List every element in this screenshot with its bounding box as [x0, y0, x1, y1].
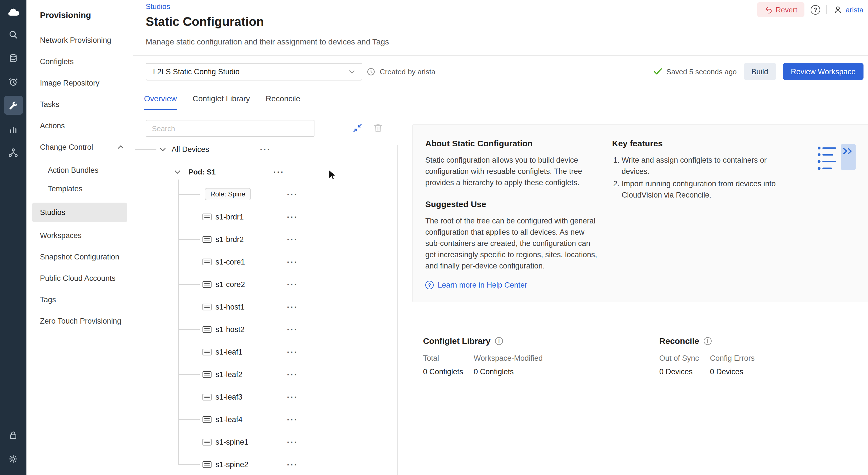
- device-icon: [203, 393, 212, 400]
- sidebar-item-label: Action Bundles: [48, 166, 98, 175]
- sidebar-item-tags[interactable]: Tags: [26, 289, 133, 310]
- tree-device-row[interactable]: s1-host2 ···: [134, 318, 397, 340]
- tree-pod-row[interactable]: Pod: S1 ···: [134, 160, 397, 183]
- more-button[interactable]: ···: [287, 347, 298, 357]
- help-circle-icon: ?: [425, 281, 434, 289]
- more-button[interactable]: ···: [287, 324, 298, 334]
- info-icon[interactable]: i: [495, 337, 503, 345]
- created-by: Created by arista: [367, 56, 435, 87]
- sidebar-item-studios[interactable]: Studios: [32, 203, 127, 222]
- learn-more-link[interactable]: ? Learn more in Help Center: [425, 281, 527, 289]
- tree-device-row[interactable]: s1-brdr2 ···: [134, 228, 397, 250]
- tree-device-row[interactable]: s1-leaf3 ···: [134, 386, 397, 408]
- sidebar-item-configlets[interactable]: Configlets: [26, 51, 133, 72]
- review-workspace-button[interactable]: Review Workspace: [783, 63, 864, 80]
- device-label: s1-leaf1: [215, 348, 243, 356]
- sidebar-item-templates[interactable]: Templates: [26, 180, 133, 198]
- sidebar-item-label: Tags: [40, 295, 56, 304]
- stat-column: Out of Sync 0 Devices: [659, 354, 710, 376]
- tree-device-row[interactable]: s1-leaf1 ···: [134, 340, 397, 363]
- search-nav-icon[interactable]: [4, 25, 23, 44]
- stat-column: Config Errors 0 Devices: [710, 354, 755, 376]
- provisioning-nav-icon[interactable]: [4, 96, 23, 115]
- tab-reconcile[interactable]: Reconcile: [266, 87, 300, 110]
- more-button[interactable]: ···: [287, 279, 298, 289]
- chevron-down-icon[interactable]: [175, 170, 181, 174]
- device-label: s1-leaf4: [215, 415, 243, 423]
- provisioning-sidebar: Provisioning Network Provisioning Config…: [26, 0, 133, 475]
- workspace-actions: Saved 5 seconds ago Build Review Workspa…: [653, 56, 864, 87]
- sidebar-item-public-cloud-accounts[interactable]: Public Cloud Accounts: [26, 267, 133, 289]
- topology-nav-icon[interactable]: [4, 143, 23, 162]
- collapse-all-icon[interactable]: [352, 123, 363, 133]
- sidebar-item-change-control[interactable]: Change Control: [26, 136, 133, 157]
- sidebar-item-label: Workspaces: [40, 231, 82, 239]
- sidebar-item-workspaces[interactable]: Workspaces: [26, 225, 133, 246]
- tree-device-row[interactable]: s1-brdr1 ···: [134, 205, 397, 228]
- header-divider: [826, 5, 827, 14]
- user-menu[interactable]: arista: [833, 5, 864, 14]
- tree-device-row[interactable]: s1-spine2 ···: [134, 453, 397, 475]
- sidebar-item-image-repository[interactable]: Image Repository: [26, 72, 133, 93]
- sidebar-item-tasks[interactable]: Tasks: [26, 93, 133, 115]
- revert-button[interactable]: Revert: [757, 2, 805, 17]
- more-button[interactable]: ···: [287, 212, 298, 221]
- more-button[interactable]: ···: [287, 234, 298, 244]
- tree-root-row[interactable]: All Devices ···: [134, 138, 397, 160]
- more-button[interactable]: ···: [273, 167, 284, 176]
- search-input[interactable]: [146, 120, 314, 137]
- tab-configlet-library[interactable]: Configlet Library: [193, 87, 250, 110]
- stat-value: 0 Configlets: [474, 367, 543, 376]
- clock-icon: [367, 67, 375, 76]
- build-button[interactable]: Build: [743, 63, 776, 80]
- suggested-use-body: The root of the tree can be configured w…: [425, 215, 601, 272]
- more-button[interactable]: ···: [287, 415, 298, 424]
- sidebar-item-actions[interactable]: Actions: [26, 115, 133, 136]
- devices-nav-icon[interactable]: [4, 49, 23, 67]
- info-icon[interactable]: i: [704, 337, 712, 345]
- device-icon: [203, 280, 212, 288]
- settings-gear-icon[interactable]: [4, 449, 23, 468]
- tree-device-row[interactable]: s1-core1 ···: [134, 250, 397, 273]
- about-card: About Static Configuration Static config…: [412, 124, 868, 302]
- sidebar-item-label: Actions: [40, 121, 65, 130]
- reconcile-title: Reconcile: [659, 336, 699, 346]
- stat-label: Config Errors: [710, 354, 755, 362]
- trash-icon[interactable]: [374, 123, 382, 133]
- tree-device-row[interactable]: s1-leaf2 ···: [134, 363, 397, 386]
- more-button[interactable]: ···: [260, 144, 271, 154]
- cloudvision-logo-icon[interactable]: [4, 4, 22, 19]
- sidebar-item-snapshot-configuration[interactable]: Snapshot Configuration: [26, 246, 133, 267]
- device-label: s1-leaf2: [215, 370, 243, 379]
- metrics-nav-icon[interactable]: [4, 119, 23, 139]
- chevron-down-icon[interactable]: [160, 147, 166, 151]
- header-actions: Revert ? arista: [757, 2, 864, 18]
- more-button[interactable]: ···: [287, 369, 298, 379]
- sidebar-item-zero-touch-provisioning[interactable]: Zero Touch Provisioning: [26, 310, 133, 331]
- more-button[interactable]: ···: [287, 392, 298, 402]
- tree-role-row[interactable]: Role: Spine ···: [134, 183, 397, 205]
- tree-device-row[interactable]: s1-host1 ···: [134, 295, 397, 318]
- help-icon[interactable]: ?: [811, 5, 820, 14]
- about-title: About Static Configuration: [425, 139, 601, 148]
- sidebar-item-action-bundles[interactable]: Action Bundles: [26, 161, 133, 180]
- stat-column: Total 0 Configlets: [423, 354, 474, 376]
- breadcrumb[interactable]: Studios: [146, 2, 170, 11]
- more-button[interactable]: ···: [287, 459, 298, 469]
- more-button[interactable]: ···: [287, 189, 298, 199]
- more-button[interactable]: ···: [287, 302, 298, 311]
- sidebar-item-network-provisioning[interactable]: Network Provisioning: [26, 29, 133, 51]
- tab-overview[interactable]: Overview: [144, 87, 177, 110]
- more-button[interactable]: ···: [287, 437, 298, 447]
- studio-selector-dropdown[interactable]: L2LS Static Config Studio: [146, 63, 362, 81]
- app-root: Provisioning Network Provisioning Config…: [0, 0, 868, 475]
- tree-device-row[interactable]: s1-core2 ···: [134, 273, 397, 295]
- lock-icon[interactable]: [4, 425, 23, 445]
- key-feature-item: Write and assign configlets to container…: [622, 155, 781, 177]
- events-nav-icon[interactable]: [4, 72, 23, 91]
- tree-pod-label: Pod: S1: [188, 168, 216, 176]
- stat-column: Workspace-Modified 0 Configlets: [474, 354, 543, 376]
- tree-device-row[interactable]: s1-spine1 ···: [134, 431, 397, 453]
- tree-device-row[interactable]: s1-leaf4 ···: [134, 408, 397, 431]
- more-button[interactable]: ···: [287, 257, 298, 266]
